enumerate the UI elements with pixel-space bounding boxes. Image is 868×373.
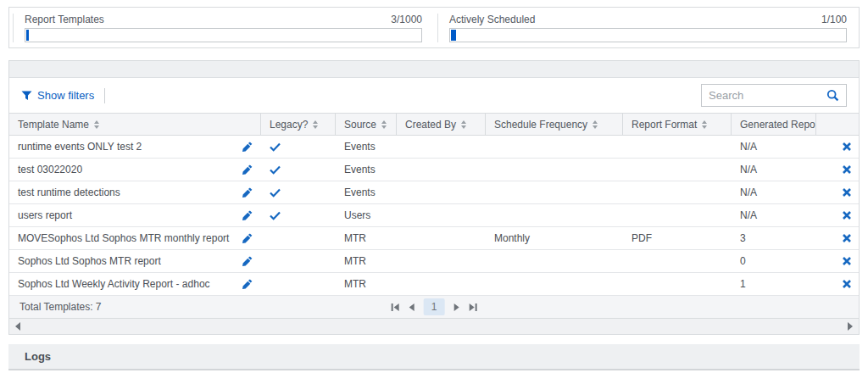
quota-progress-fill xyxy=(451,30,456,41)
delete-x-icon[interactable] xyxy=(843,234,851,242)
show-filters-label: Show filters xyxy=(37,89,94,102)
source-value: Events xyxy=(344,141,376,153)
template-name: runtime events ONLY test 2 xyxy=(18,141,142,153)
source-value: MTR xyxy=(344,232,366,244)
search-magnifier-icon[interactable] xyxy=(826,89,839,102)
column-header-source[interactable]: Source xyxy=(336,114,397,135)
generated-reports-value: N/A xyxy=(740,186,757,198)
table-toolbar: Show filters xyxy=(9,78,859,113)
sort-icon[interactable] xyxy=(313,120,318,129)
table-row[interactable]: MOVESophos Ltd Sophos MTR monthly report… xyxy=(9,227,859,250)
schedule-frequency-value: Monthly xyxy=(494,232,530,244)
pagination: 1 xyxy=(391,296,478,318)
table-row[interactable]: test runtime detections Events N/A xyxy=(9,181,859,204)
source-value: Users xyxy=(344,209,370,221)
quota-panel: Report Templates 3/1000 Actively Schedul… xyxy=(8,7,860,48)
delete-x-icon[interactable] xyxy=(843,257,851,265)
source-value: MTR xyxy=(344,255,366,267)
generated-reports-value: 0 xyxy=(740,255,746,267)
source-value: MTR xyxy=(344,278,366,290)
horizontal-scrollbar[interactable] xyxy=(9,318,859,334)
sort-icon[interactable] xyxy=(94,120,99,129)
edit-pencil-icon[interactable] xyxy=(242,187,253,198)
generated-reports-value: 1 xyxy=(740,278,746,290)
edit-pencil-icon[interactable] xyxy=(242,210,253,221)
toolbar-divider xyxy=(104,88,105,103)
table-footer: Total Templates: 7 1 xyxy=(9,296,859,318)
generated-reports-value: N/A xyxy=(740,141,757,153)
quota-actively-scheduled: Actively Scheduled 1/100 xyxy=(437,14,859,42)
quota-value: 1/100 xyxy=(821,14,847,25)
edit-pencil-icon[interactable] xyxy=(242,233,253,244)
template-name: users report xyxy=(18,209,72,221)
table-header-row: Template Name Legacy? Source Created By … xyxy=(9,113,859,136)
report-templates-panel: Show filters Template Name Legacy? Sourc… xyxy=(8,60,860,335)
panel-header-strip xyxy=(9,61,859,78)
legacy-check-icon xyxy=(270,142,281,152)
last-page-icon[interactable] xyxy=(468,303,477,312)
sort-icon[interactable] xyxy=(702,120,707,129)
search-input[interactable] xyxy=(709,89,826,102)
next-page-icon[interactable] xyxy=(453,303,459,312)
logs-title: Logs xyxy=(25,350,51,363)
quota-label: Report Templates xyxy=(25,14,104,25)
legacy-check-icon xyxy=(270,211,281,220)
scroll-right-icon[interactable] xyxy=(848,322,853,331)
source-value: Events xyxy=(344,164,376,175)
total-templates-label: Total Templates: 7 xyxy=(19,301,102,313)
quota-progressbar xyxy=(25,28,422,42)
delete-x-icon[interactable] xyxy=(843,165,851,174)
generated-reports-value: N/A xyxy=(740,164,757,175)
edit-pencil-icon[interactable] xyxy=(242,279,253,290)
sort-icon[interactable] xyxy=(593,120,598,129)
table-row[interactable]: test 03022020 Events N/A xyxy=(9,159,859,181)
quota-label: Actively Scheduled xyxy=(449,14,535,25)
edit-pencil-icon[interactable] xyxy=(242,164,253,175)
filter-funnel-icon xyxy=(21,91,32,101)
search-box[interactable] xyxy=(701,84,847,107)
quota-progress-fill xyxy=(26,30,29,41)
edit-pencil-icon[interactable] xyxy=(242,142,253,153)
logs-section-header[interactable]: Logs xyxy=(8,344,860,370)
quota-value: 3/1000 xyxy=(391,14,422,25)
column-header-schedule-frequency[interactable]: Schedule Frequency xyxy=(486,114,623,135)
generated-reports-value: 3 xyxy=(740,232,746,244)
template-name: Sophos Ltd Weekly Activity Report - adho… xyxy=(18,278,210,290)
page-number[interactable]: 1 xyxy=(424,298,445,315)
column-header-actions xyxy=(816,114,859,135)
delete-x-icon[interactable] xyxy=(843,280,851,288)
template-name: test 03022020 xyxy=(18,164,82,175)
templates-table: Template Name Legacy? Source Created By … xyxy=(9,113,859,334)
source-value: Events xyxy=(344,186,376,198)
delete-x-icon[interactable] xyxy=(843,142,851,151)
column-header-generated-reports[interactable]: Generated Reports xyxy=(732,114,816,135)
prev-page-icon[interactable] xyxy=(409,303,415,312)
table-row[interactable]: Sophos Ltd Weekly Activity Report - adho… xyxy=(9,273,859,296)
show-filters-button[interactable]: Show filters xyxy=(21,89,94,102)
quota-report-templates: Report Templates 3/1000 xyxy=(13,14,434,42)
table-row[interactable]: users report Users N/A xyxy=(9,204,859,227)
first-page-icon[interactable] xyxy=(391,303,400,312)
sort-icon[interactable] xyxy=(381,120,387,129)
template-name: Sophos Ltd Sophos MTR report xyxy=(18,255,161,267)
table-row[interactable]: Sophos Ltd Sophos MTR report MTR 0 xyxy=(9,250,859,273)
column-header-legacy[interactable]: Legacy? xyxy=(261,114,336,135)
template-name: MOVESophos Ltd Sophos MTR monthly report xyxy=(18,232,229,244)
column-header-report-format[interactable]: Report Format xyxy=(623,114,732,135)
table-row[interactable]: runtime events ONLY test 2 Events N/A xyxy=(9,136,859,159)
generated-reports-value: N/A xyxy=(740,209,757,221)
delete-x-icon[interactable] xyxy=(843,211,851,220)
legacy-check-icon xyxy=(270,165,281,175)
column-header-template-name[interactable]: Template Name xyxy=(9,114,261,135)
delete-x-icon[interactable] xyxy=(843,188,851,197)
quota-progressbar xyxy=(449,28,847,42)
template-name: test runtime detections xyxy=(18,186,120,198)
scroll-left-icon[interactable] xyxy=(15,322,20,331)
sort-icon[interactable] xyxy=(461,120,466,129)
column-header-created-by[interactable]: Created By xyxy=(397,114,486,135)
legacy-check-icon xyxy=(270,188,281,198)
table-body: runtime events ONLY test 2 Events N/A te… xyxy=(9,136,859,296)
edit-pencil-icon[interactable] xyxy=(242,256,253,267)
report-format-value: PDF xyxy=(632,232,652,244)
